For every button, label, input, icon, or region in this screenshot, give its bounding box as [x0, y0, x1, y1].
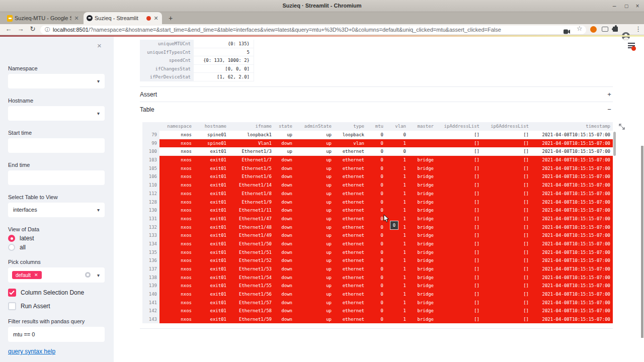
reload-icon[interactable]: ↻: [28, 25, 37, 33]
google-slides-favicon-icon: [7, 15, 13, 22]
column-selection-done-label: Column Selection Done: [21, 289, 84, 296]
window-minimize-button[interactable]: –: [610, 2, 619, 10]
tab-streamlit-active[interactable]: Suzieq - Streamlit ✕: [84, 12, 162, 24]
chevron-down-icon: ▾: [97, 78, 100, 84]
window-titlebar: Suzieq · Streamlit - Chromium – ▢ ×: [0, 0, 644, 12]
table-expander-label[interactable]: Table: [140, 106, 154, 113]
bookmark-star-icon[interactable]: ☆: [577, 25, 583, 32]
extensions-puzzle-icon[interactable]: [612, 25, 619, 32]
interfaces-dataframe[interactable]: namespacehostnameifnamestateadminStatety…: [142, 122, 616, 323]
column-header: timestamp: [531, 122, 613, 131]
radio-latest[interactable]: [8, 235, 15, 242]
table-row: 131nxosexit01Ethernet1/47downupethernet0…: [142, 215, 616, 223]
clear-all-icon[interactable]: [85, 272, 91, 278]
selected-column-pill[interactable]: default ✕: [12, 271, 42, 279]
dataframe-body: 79nxosspine01loopback1upuploopback00[][]…: [142, 131, 616, 323]
column-header: [142, 122, 159, 131]
tab-recording-indicator-icon: [146, 16, 151, 21]
forward-icon[interactable]: →: [16, 25, 25, 33]
column-header: hostname: [194, 122, 229, 131]
site-info-icon[interactable]: ⓘ: [45, 26, 50, 33]
summary-row: uniqueMTUCnt{0: 135}: [140, 40, 254, 48]
url-text: localhost:8501/?namespace=&hostname=&sta…: [53, 27, 586, 33]
view-of-data-label: View of Data: [8, 226, 39, 232]
query-syntax-help-link[interactable]: query syntax help: [8, 348, 55, 355]
run-assert-checkbox[interactable]: [8, 302, 16, 310]
table-row: 100nxosexit01Ethernet1/3upupethernet00[]…: [142, 147, 616, 156]
column-header: state: [274, 122, 295, 131]
table-row: 110nxosexit01Ethernet1/14downupethernet0…: [142, 181, 616, 190]
radio-all[interactable]: [8, 244, 15, 251]
window-title: Suzieq · Streamlit - Chromium: [0, 3, 644, 9]
namespace-select[interactable]: ▾: [8, 74, 105, 88]
new-tab-button[interactable]: +: [166, 14, 175, 23]
sidebar-close-icon[interactable]: ×: [97, 41, 102, 50]
run-assert-label: Run Assert: [21, 303, 50, 310]
column-header: vlan: [386, 122, 409, 131]
summary-row: ifPerDeviceStat[1, 62, 2.0]: [140, 73, 254, 81]
table-row: 142nxosexit01Ethernet1/58downupethernet0…: [142, 307, 616, 315]
mouse-cursor: [383, 214, 389, 225]
table-row: 112nxosexit01Ethernet1/8downupethernet01…: [142, 190, 616, 198]
table-row: 132nxosexit01Ethernet1/48downupethernet0…: [142, 223, 616, 232]
table-row: 133nxosexit01Ethernet1/49downupethernet0…: [142, 231, 616, 240]
end-time-input[interactable]: [8, 170, 105, 185]
app-running-indicator-icon: [631, 46, 636, 51]
table-row: 130nxosexit01Ethernet1/11downupethernet0…: [142, 206, 616, 215]
hostname-select[interactable]: ▾: [8, 106, 105, 121]
column-header: mtu: [367, 122, 386, 131]
chevron-down-icon: ▾: [97, 111, 100, 116]
browser-menu-icon[interactable]: ⋮: [635, 25, 641, 33]
divider: [140, 86, 613, 87]
pick-columns-label: Pick columns: [8, 259, 41, 265]
page-scrollbar[interactable]: [641, 146, 643, 338]
filter-query-label: Filter results with pandas query: [8, 318, 85, 324]
fullscreen-expand-icon[interactable]: [618, 123, 625, 130]
sidebar: × Namespace ▾ Hostname ▾ Start time End …: [0, 37, 114, 362]
pick-columns-multiselect[interactable]: default ✕ ▾: [8, 267, 105, 283]
assert-expander-label[interactable]: Assert: [140, 91, 157, 98]
column-header: master: [409, 122, 436, 131]
table-row: 135nxosexit01Ethernet1/51downupethernet0…: [142, 248, 616, 257]
hostname-label: Hostname: [8, 98, 33, 104]
browser-window: Suzieq · Streamlit - Chromium – ▢ × Suzi…: [0, 0, 644, 362]
extension-chat-icon[interactable]: [602, 27, 608, 32]
column-header: adminState: [295, 122, 334, 131]
tab-title: Suzieq - Streamlit: [95, 15, 144, 21]
table-row: 141nxosexit01Ethernet1/57downupethernet0…: [142, 299, 616, 307]
table-row: 140nxosexit01Ethernet1/56downupethernet0…: [142, 290, 616, 299]
tab-close-icon[interactable]: ✕: [153, 15, 159, 22]
column-selection-done-checkbox[interactable]: [8, 289, 16, 297]
url-host: localhost:8501: [53, 27, 89, 33]
window-maximize-button[interactable]: ▢: [622, 2, 631, 10]
radio-all-label: all: [20, 244, 26, 251]
table-select-label: Select Table to View: [8, 194, 58, 200]
url-path: /?namespace=&hostname=&start_time=&end_t…: [89, 27, 501, 33]
table-row: 134nxosexit01Ethernet1/50downupethernet0…: [142, 240, 616, 248]
address-bar[interactable]: ⓘ localhost:8501/?namespace=&hostname=&s…: [40, 26, 586, 34]
summary-row: speedCnt{0: 133, 1000: 2}: [140, 56, 254, 65]
assert-expand-icon[interactable]: +: [606, 90, 613, 98]
table-collapse-icon[interactable]: −: [606, 106, 613, 113]
cell-value-tooltip: 0: [390, 221, 398, 230]
end-time-label: End time: [8, 162, 30, 168]
pill-remove-icon[interactable]: ✕: [34, 273, 38, 278]
dataframe-header-row: namespacehostnameifnamestateadminStatety…: [142, 122, 616, 131]
extension-orange-icon[interactable]: [590, 26, 597, 33]
summary-row: ifChangesStat[0, 0, 0]: [140, 65, 254, 73]
dataframe-scrollbar[interactable]: [613, 132, 616, 156]
summary-table: uniqueMTUCnt{0: 135}uniqueIfTypesCnt5spe…: [140, 40, 254, 81]
browser-toolbar: ← → ↻ ⓘ localhost:8501/?namespace=&hostn…: [0, 24, 644, 35]
tab-close-icon[interactable]: ✕: [73, 15, 79, 22]
chevron-down-icon: ▾: [97, 273, 100, 278]
summary-row: uniqueIfTypesCnt5: [140, 48, 254, 57]
streamlit-favicon-icon: [87, 15, 93, 21]
table-row: 105nxosexit01Ethernet1/5downupethernet01…: [142, 164, 616, 173]
filter-query-input[interactable]: mtu == 0: [8, 327, 105, 342]
back-icon[interactable]: ←: [4, 25, 13, 33]
start-time-input[interactable]: [8, 138, 105, 153]
tab-google-slides[interactable]: Suzieq-MTU - Google Slides ✕: [4, 12, 83, 24]
window-close-button[interactable]: ×: [633, 2, 642, 10]
table-row: 128nxosexit01Ethernet1/9downupethernet01…: [142, 198, 616, 207]
table-select[interactable]: interfaces ▾: [8, 203, 105, 217]
